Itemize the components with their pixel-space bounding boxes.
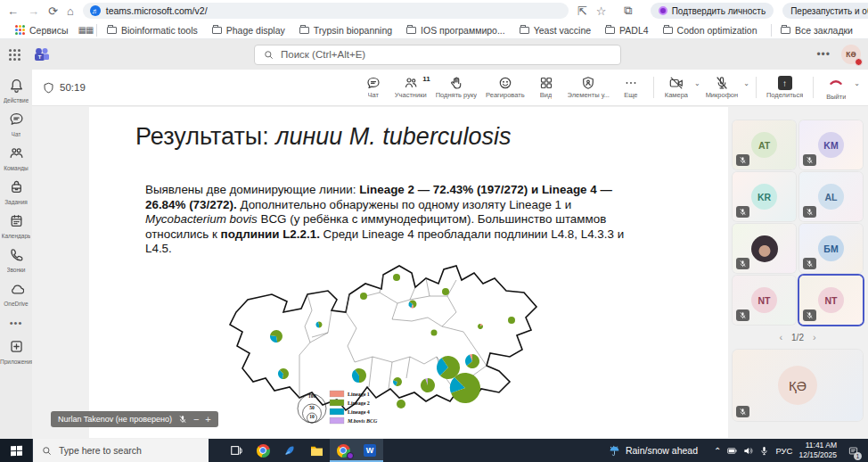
divider <box>96 24 97 37</box>
meeting-mic-button[interactable]: Микрофон <box>701 76 743 99</box>
sidebar-item-apps[interactable]: Приложения <box>0 336 32 367</box>
hidden-icons-chevron[interactable]: ⌃ <box>714 446 721 456</box>
sidebar-item-onedrive[interactable]: OneDrive <box>0 278 32 309</box>
file-explorer-taskbar-icon[interactable] <box>303 439 330 462</box>
chrome-profile-badge <box>347 452 354 459</box>
restart-update-button[interactable]: Перезапустить и обновить <box>782 3 868 19</box>
sidebar-item-teams[interactable]: Команды <box>0 143 32 174</box>
bookmark-grid-icon[interactable]: ▦▦ <box>78 25 94 35</box>
action-center-button[interactable]: 1 <box>843 439 863 462</box>
address-bar[interactable]: ♬ teams.microsoft.com/v2/ <box>83 3 569 19</box>
meeting-leave-button[interactable]: Выйти <box>819 74 853 101</box>
folder-icon <box>299 27 309 34</box>
legend-swatch <box>330 391 344 397</box>
meeting-share-button[interactable]: ↑Поделиться <box>762 76 807 99</box>
battery-icon[interactable] <box>727 446 737 456</box>
taskbar-search-input[interactable]: Type here to search <box>32 439 209 462</box>
meeting-raise-hand-button[interactable]: Поднять руку <box>431 76 481 99</box>
folder-icon <box>107 27 117 34</box>
bookmark-folder[interactable]: Trypsin biopanning <box>293 23 398 37</box>
folder-icon <box>605 27 615 34</box>
participant-tile[interactable]: NT <box>799 276 863 325</box>
slide-paragraph: Выявлены две доминирующие линии: Lineage… <box>145 183 637 257</box>
participant-tile[interactable]: KR <box>733 172 796 221</box>
meeting-room-elements-button[interactable]: Элементы у... <box>563 76 614 99</box>
participant-tile[interactable]: NT <box>733 276 796 325</box>
pager-prev-icon[interactable]: ‹ <box>779 332 782 342</box>
sidebar-more-icon[interactable]: ••• <box>10 312 23 334</box>
forward-icon[interactable]: → <box>28 4 39 18</box>
divider <box>756 77 757 98</box>
teams-search-input[interactable]: Поиск (Ctrl+Alt+E) <box>254 45 621 65</box>
sidebar-item-assignments[interactable]: Задания <box>0 177 32 208</box>
participant-photo-avatar <box>751 235 778 262</box>
chrome-taskbar-icon[interactable] <box>250 439 276 462</box>
participant-tile[interactable]: KM <box>799 120 863 169</box>
bookmark-folder[interactable]: Codon optimization <box>657 23 764 37</box>
teams-header: T Поиск (Ctrl+Alt+E) ••• КӘ <box>0 39 868 70</box>
weather-widget[interactable]: Rain/snow ahead <box>609 445 698 457</box>
sidebar-item-calls[interactable]: Звонки <box>0 244 32 276</box>
sidebar-item-chat[interactable]: Чат <box>0 109 32 140</box>
profile-avatar[interactable]: КӘ <box>841 45 861 64</box>
tab-groups-icon[interactable]: ⧉ <box>624 4 632 18</box>
send-to-device-icon[interactable]: ⇱ <box>577 4 587 18</box>
reload-icon[interactable]: ⟳ <box>48 4 58 18</box>
meeting-chat-button[interactable]: Чат <box>356 76 390 99</box>
participant-tile[interactable]: AT <box>733 120 796 169</box>
app-launcher-icon[interactable] <box>9 49 20 61</box>
mic-options-chevron-icon[interactable]: ⌄ <box>743 74 749 87</box>
language-indicator[interactable]: РУС <box>775 446 792 456</box>
participant-tile[interactable]: AL <box>799 172 863 221</box>
meeting-camera-button[interactable]: Камера <box>659 76 693 99</box>
word-taskbar-icon[interactable]: W <box>356 439 383 462</box>
region-pie-chart <box>437 356 460 379</box>
clock[interactable]: 11:41 AM 12/15/2025 <box>798 441 837 459</box>
meeting-more-button[interactable]: Еще <box>614 76 648 99</box>
participant-tile[interactable] <box>733 224 796 273</box>
bookmark-star-icon[interactable]: ☆ <box>596 4 607 18</box>
participant-tile-large[interactable]: ҚӘ <box>733 350 863 421</box>
start-button[interactable] <box>0 439 32 462</box>
zoom-in-button[interactable]: + <box>205 414 210 425</box>
task-view-button[interactable] <box>223 439 250 462</box>
mic-muted-badge <box>803 154 816 166</box>
home-icon[interactable]: ⌂ <box>67 4 74 18</box>
mic-permission-icon[interactable]: ♬ <box>90 5 101 16</box>
tray-mic-icon[interactable] <box>759 446 769 456</box>
divider <box>771 24 772 37</box>
sidebar-item-activity[interactable]: Действие <box>0 75 32 106</box>
system-tray: ⌃ РУС 11:41 AM 12/15/2025 1 <box>714 439 863 462</box>
meeting-view-button[interactable]: Вид <box>529 76 563 99</box>
bookmark-folder[interactable]: Phage display <box>206 23 291 37</box>
meeting-react-button[interactable]: Реагировать <box>481 76 529 99</box>
volume-icon[interactable] <box>743 446 753 456</box>
confirm-identity-button[interactable]: Подтвердить личность <box>651 3 774 19</box>
presenter-name: Nurlan Takenov (не проверено) <box>58 415 172 424</box>
meeting-participants-button[interactable]: Участники11 <box>390 76 431 99</box>
chrome-active-taskbar-icon[interactable] <box>330 439 356 462</box>
participant-tile[interactable]: БМ <box>799 224 863 273</box>
shield-icon <box>43 82 54 94</box>
bookmark-folder[interactable]: Bioinformatic tools <box>101 23 204 37</box>
bookmark-services[interactable]: Сервисы <box>9 23 75 37</box>
mic-muted-badge <box>736 154 749 166</box>
paint3d-taskbar-icon[interactable] <box>276 439 303 462</box>
sidebar-item-calendar[interactable]: Календарь <box>0 210 32 242</box>
svg-text:50: 50 <box>309 405 315 410</box>
url-text[interactable]: teams.microsoft.com/v2/ <box>106 5 208 16</box>
camera-options-chevron-icon[interactable]: ⌄ <box>694 74 700 87</box>
activity-icon <box>9 78 24 96</box>
pager-next-icon[interactable]: › <box>813 332 816 342</box>
zoom-out-button[interactable]: − <box>193 414 199 425</box>
bookmark-folder[interactable]: PADL4 <box>599 23 655 37</box>
bookmark-folder[interactable]: IOS программиро... <box>400 23 512 37</box>
back-icon[interactable]: ← <box>7 4 19 18</box>
all-bookmarks-button[interactable]: Все закладки <box>774 23 859 37</box>
leave-options-chevron-icon[interactable]: ⌄ <box>854 74 860 87</box>
teams-more-menu-icon[interactable]: ••• <box>816 48 831 61</box>
teams-logo-icon: T <box>33 45 51 63</box>
bookmark-folder[interactable]: Yeast vaccine <box>513 23 597 37</box>
svg-text:100: 100 <box>308 393 316 399</box>
folder-icon <box>212 27 222 34</box>
